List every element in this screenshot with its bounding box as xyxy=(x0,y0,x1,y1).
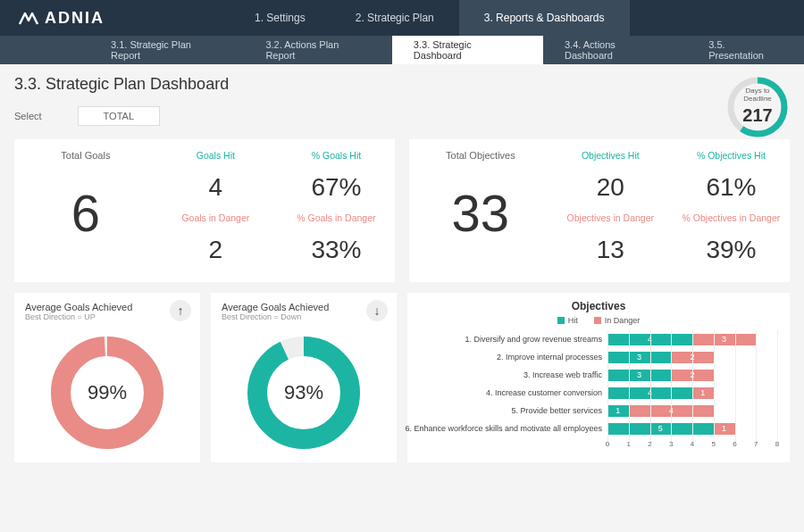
gauge-title-1: Average Goals Achieved xyxy=(222,302,386,312)
selector-dropdown[interactable]: TOTAL xyxy=(78,106,160,126)
gauge-title-0: Average Goals Achieved xyxy=(25,302,189,312)
deadline-value: 217 xyxy=(725,105,790,126)
subnav-item-3[interactable]: 3.4. Actions Dashboard xyxy=(543,36,687,64)
topnav-item-0[interactable]: 1. Settings xyxy=(230,0,331,36)
gauge-value-1: 93% xyxy=(222,330,386,455)
objective-hit-2: 3 xyxy=(607,370,671,381)
goals-label-1: % Goals Hit xyxy=(285,150,388,161)
objectives-value-3: 39% xyxy=(680,236,783,264)
goals-panel: Total Goals 6 Goals Hit4% Goals Hit67%Go… xyxy=(14,139,395,282)
gauge-value-0: 99% xyxy=(25,330,189,455)
goals-label-3: % Goals in Danger xyxy=(285,212,388,223)
arrow-down-icon: ↓ xyxy=(366,300,388,321)
objective-label-0: 1. Diversify and grow revenue streams xyxy=(420,330,607,348)
subnav-item-4[interactable]: 3.5. Presentation xyxy=(687,36,804,64)
subnav-item-0[interactable]: 3.1. Strategic Plan Report xyxy=(89,36,244,64)
objective-hit-4: 1 xyxy=(607,405,629,417)
objectives-label-1: % Objectives Hit xyxy=(680,150,783,161)
objectives-value-2: 13 xyxy=(559,236,662,264)
total-objectives-value: 33 xyxy=(452,187,510,239)
objective-label-1: 2. Improve internal processes xyxy=(420,348,607,366)
objectives-value-0: 20 xyxy=(559,173,662,202)
objectives-chart-title: Objectives xyxy=(420,300,777,312)
objective-hit-5: 5 xyxy=(607,423,714,435)
brand-text: ADNIA xyxy=(45,9,105,28)
goals-cell-3: % Goals in Danger33% xyxy=(278,209,395,268)
top-nav: 1. Settings2. Strategic Plan3. Reports &… xyxy=(230,0,630,36)
gauge-subtitle-1: Best Direction = Down xyxy=(222,312,386,321)
objectives-label-2: Objectives in Danger xyxy=(559,212,662,223)
subnav-item-2[interactable]: 3.3. Strategic Dashboard xyxy=(392,36,543,64)
legend-swatch-icon xyxy=(557,317,565,324)
total-goals-value: 6 xyxy=(71,187,100,239)
objectives-label-3: % Objectives in Danger xyxy=(680,212,783,223)
objectives-x-axis: 012345678 xyxy=(607,437,777,450)
arrow-up-icon: ↑ xyxy=(170,300,191,321)
objective-danger-3: 1 xyxy=(692,387,714,399)
objectives-cell-3: % Objectives in Danger39% xyxy=(673,209,790,268)
brand-logo: ADNIA xyxy=(18,9,105,28)
deadline-gauge: Days toDeadline 217 xyxy=(725,75,790,139)
objectives-label-0: Objectives Hit xyxy=(559,150,662,161)
objective-label-5: 6. Enhance workforce skills and motivate… xyxy=(420,420,607,437)
gauge-subtitle-0: Best Direction = UP xyxy=(25,312,189,321)
goals-cell-2: Goals in Danger2 xyxy=(157,209,274,268)
legend-item-1: In Danger xyxy=(594,316,641,325)
objectives-legend: HitIn Danger xyxy=(420,316,777,325)
objective-danger-5: 1 xyxy=(714,423,735,435)
logo-mark-icon xyxy=(18,10,39,26)
page-title: 3.3. Strategic Plan Dashboard xyxy=(14,75,229,94)
total-objectives-label: Total Objectives xyxy=(446,150,515,161)
legend-item-0: Hit xyxy=(557,316,578,325)
objective-label-3: 4. Increase customer conversion xyxy=(420,384,607,402)
objective-label-2: 3. Increase web traffic xyxy=(420,366,607,384)
objective-hit-1: 3 xyxy=(607,352,671,363)
topnav-item-2[interactable]: 3. Reports & Dashboards xyxy=(459,0,630,36)
objectives-panel: Total Objectives 33 Objectives Hit20% Ob… xyxy=(409,139,790,282)
gauge-card-0: Average Goals AchievedBest Direction = U… xyxy=(14,293,200,462)
selector-label: Select xyxy=(14,111,42,121)
deadline-label: Days toDeadline xyxy=(725,87,790,104)
subnav-item-1[interactable]: 3.2. Actions Plan Report xyxy=(244,36,391,64)
objective-danger-0: 3 xyxy=(692,334,756,345)
objectives-cell-0: Objectives Hit20 xyxy=(552,146,669,205)
total-goals-label: Total Goals xyxy=(61,150,110,161)
legend-swatch-icon xyxy=(594,317,601,324)
objectives-value-1: 61% xyxy=(680,173,783,202)
goals-value-1: 67% xyxy=(285,173,388,202)
objective-label-4: 5. Provide better services xyxy=(420,402,607,420)
gauge-card-1: Average Goals AchievedBest Direction = D… xyxy=(211,293,397,462)
objectives-cell-1: % Objectives Hit61% xyxy=(673,146,790,205)
goals-cell-0: Goals Hit4 xyxy=(157,146,274,205)
goals-value-2: 2 xyxy=(164,236,267,264)
goals-value-0: 4 xyxy=(164,173,267,202)
goals-cell-1: % Goals Hit67% xyxy=(278,146,395,205)
objectives-cell-2: Objectives in Danger13 xyxy=(552,209,669,268)
goals-value-3: 33% xyxy=(285,236,388,264)
goals-label-0: Goals Hit xyxy=(164,150,267,161)
sub-nav: 3.1. Strategic Plan Report3.2. Actions P… xyxy=(0,36,804,64)
top-bar: ADNIA 1. Settings2. Strategic Plan3. Rep… xyxy=(0,0,804,36)
topnav-item-1[interactable]: 2. Strategic Plan xyxy=(331,0,459,36)
goals-label-2: Goals in Danger xyxy=(164,212,267,223)
objectives-chart-card: Objectives HitIn Danger 1. Diversify and… xyxy=(407,293,790,462)
